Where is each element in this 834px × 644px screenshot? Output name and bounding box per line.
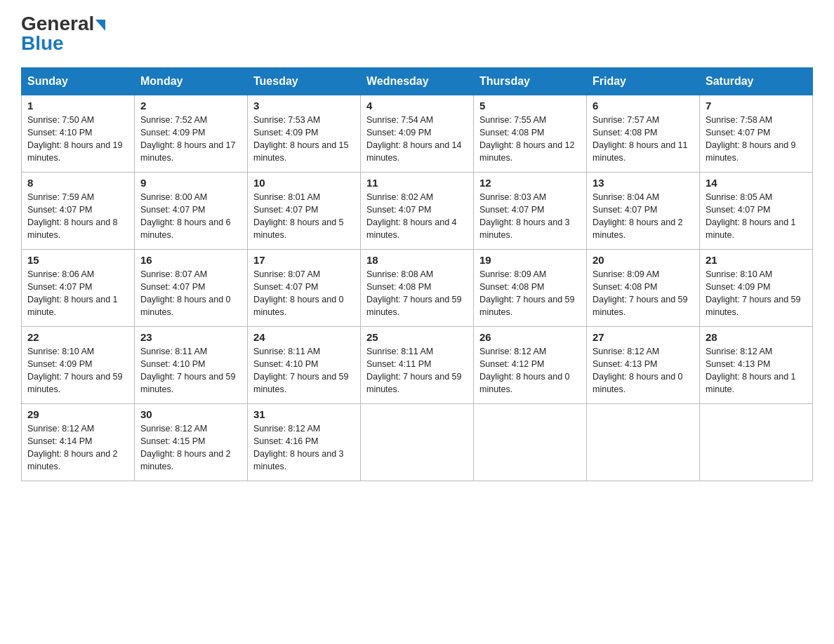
- calendar-cell: 9 Sunrise: 8:00 AMSunset: 4:07 PMDayligh…: [135, 173, 248, 250]
- calendar-cell: 8 Sunrise: 7:59 AMSunset: 4:07 PMDayligh…: [22, 173, 135, 250]
- day-info: Sunrise: 8:11 AMSunset: 4:10 PMDaylight:…: [140, 347, 236, 394]
- calendar-header-tuesday: Tuesday: [248, 68, 361, 95]
- calendar-cell: 7 Sunrise: 7:58 AMSunset: 4:07 PMDayligh…: [700, 95, 813, 173]
- calendar-cell: 24 Sunrise: 8:11 AMSunset: 4:10 PMDaylig…: [248, 327, 361, 404]
- day-info: Sunrise: 7:54 AMSunset: 4:09 PMDaylight:…: [366, 115, 462, 163]
- day-info: Sunrise: 8:09 AMSunset: 4:08 PMDaylight:…: [593, 269, 688, 317]
- day-info: Sunrise: 8:12 AMSunset: 4:14 PMDaylight:…: [27, 424, 118, 471]
- day-number: 17: [253, 254, 355, 266]
- calendar-cell: 31 Sunrise: 8:12 AMSunset: 4:16 PMDaylig…: [248, 404, 361, 481]
- day-info: Sunrise: 8:11 AMSunset: 4:10 PMDaylight:…: [253, 347, 349, 394]
- day-number: 15: [27, 254, 128, 266]
- day-info: Sunrise: 8:07 AMSunset: 4:07 PMDaylight:…: [140, 269, 231, 317]
- calendar-header-friday: Friday: [587, 68, 700, 95]
- day-info: Sunrise: 8:09 AMSunset: 4:08 PMDaylight:…: [479, 269, 575, 317]
- logo-blue-text: Blue: [21, 34, 105, 53]
- day-info: Sunrise: 8:12 AMSunset: 4:13 PMDaylight:…: [706, 347, 796, 394]
- calendar-cell: 27 Sunrise: 8:12 AMSunset: 4:13 PMDaylig…: [587, 327, 700, 404]
- calendar-header-thursday: Thursday: [474, 68, 587, 95]
- calendar-cell: 23 Sunrise: 8:11 AMSunset: 4:10 PMDaylig…: [135, 327, 248, 404]
- calendar-cell: 19 Sunrise: 8:09 AMSunset: 4:08 PMDaylig…: [474, 250, 587, 327]
- day-info: Sunrise: 8:00 AMSunset: 4:07 PMDaylight:…: [140, 192, 231, 240]
- day-number: 16: [140, 254, 241, 266]
- calendar-header-wednesday: Wednesday: [361, 68, 474, 95]
- calendar-week-row: 15 Sunrise: 8:06 AMSunset: 4:07 PMDaylig…: [22, 250, 813, 327]
- day-number: 27: [593, 331, 694, 343]
- day-number: 1: [27, 100, 128, 112]
- day-number: 26: [479, 331, 581, 343]
- calendar-cell: [587, 404, 700, 481]
- day-info: Sunrise: 8:06 AMSunset: 4:07 PMDaylight:…: [27, 269, 118, 317]
- day-info: Sunrise: 7:59 AMSunset: 4:07 PMDaylight:…: [27, 192, 118, 240]
- logo-arrow-icon: [95, 20, 105, 31]
- day-number: 9: [140, 177, 241, 189]
- day-number: 23: [140, 331, 241, 343]
- day-info: Sunrise: 7:57 AMSunset: 4:08 PMDaylight:…: [593, 115, 688, 163]
- day-info: Sunrise: 8:04 AMSunset: 4:07 PMDaylight:…: [593, 192, 683, 240]
- day-info: Sunrise: 8:10 AMSunset: 4:09 PMDaylight:…: [27, 347, 123, 394]
- calendar-cell: 22 Sunrise: 8:10 AMSunset: 4:09 PMDaylig…: [22, 327, 135, 404]
- calendar-cell: 11 Sunrise: 8:02 AMSunset: 4:07 PMDaylig…: [361, 173, 474, 250]
- calendar-cell: [474, 404, 587, 481]
- calendar-week-row: 29 Sunrise: 8:12 AMSunset: 4:14 PMDaylig…: [22, 404, 813, 481]
- day-number: 24: [253, 331, 355, 343]
- calendar-cell: 12 Sunrise: 8:03 AMSunset: 4:07 PMDaylig…: [474, 173, 587, 250]
- day-number: 12: [479, 177, 581, 189]
- day-number: 30: [140, 408, 241, 420]
- day-info: Sunrise: 8:12 AMSunset: 4:16 PMDaylight:…: [253, 424, 344, 471]
- day-number: 21: [706, 254, 807, 266]
- day-number: 8: [27, 177, 128, 189]
- day-info: Sunrise: 8:07 AMSunset: 4:07 PMDaylight:…: [253, 269, 344, 317]
- day-info: Sunrise: 8:02 AMSunset: 4:07 PMDaylight:…: [366, 192, 457, 240]
- day-info: Sunrise: 7:52 AMSunset: 4:09 PMDaylight:…: [140, 115, 236, 163]
- calendar-week-row: 8 Sunrise: 7:59 AMSunset: 4:07 PMDayligh…: [22, 173, 813, 250]
- calendar-cell: 5 Sunrise: 7:55 AMSunset: 4:08 PMDayligh…: [474, 95, 587, 173]
- day-number: 19: [479, 254, 581, 266]
- calendar-cell: 1 Sunrise: 7:50 AMSunset: 4:10 PMDayligh…: [22, 95, 135, 173]
- calendar-cell: 28 Sunrise: 8:12 AMSunset: 4:13 PMDaylig…: [700, 327, 813, 404]
- day-number: 7: [706, 100, 807, 112]
- calendar-cell: 13 Sunrise: 8:04 AMSunset: 4:07 PMDaylig…: [587, 173, 700, 250]
- day-number: 2: [140, 100, 241, 112]
- day-number: 11: [366, 177, 468, 189]
- calendar-week-row: 22 Sunrise: 8:10 AMSunset: 4:09 PMDaylig…: [22, 327, 813, 404]
- day-number: 10: [253, 177, 355, 189]
- page-header: General Blue: [21, 14, 813, 53]
- day-info: Sunrise: 7:53 AMSunset: 4:09 PMDaylight:…: [253, 115, 349, 163]
- day-info: Sunrise: 7:58 AMSunset: 4:07 PMDaylight:…: [706, 115, 796, 163]
- day-info: Sunrise: 8:11 AMSunset: 4:11 PMDaylight:…: [366, 347, 462, 394]
- day-info: Sunrise: 8:03 AMSunset: 4:07 PMDaylight:…: [479, 192, 570, 240]
- day-number: 28: [706, 331, 807, 343]
- calendar-header-saturday: Saturday: [700, 68, 813, 95]
- day-number: 18: [366, 254, 468, 266]
- calendar-header-row: SundayMondayTuesdayWednesdayThursdayFrid…: [22, 68, 813, 95]
- calendar-cell: 10 Sunrise: 8:01 AMSunset: 4:07 PMDaylig…: [248, 173, 361, 250]
- day-number: 20: [593, 254, 694, 266]
- calendar-cell: 25 Sunrise: 8:11 AMSunset: 4:11 PMDaylig…: [361, 327, 474, 404]
- calendar-cell: 4 Sunrise: 7:54 AMSunset: 4:09 PMDayligh…: [361, 95, 474, 173]
- calendar-cell: 6 Sunrise: 7:57 AMSunset: 4:08 PMDayligh…: [587, 95, 700, 173]
- calendar-cell: 18 Sunrise: 8:08 AMSunset: 4:08 PMDaylig…: [361, 250, 474, 327]
- calendar-cell: 16 Sunrise: 8:07 AMSunset: 4:07 PMDaylig…: [135, 250, 248, 327]
- day-number: 22: [27, 331, 128, 343]
- calendar-header-monday: Monday: [135, 68, 248, 95]
- day-number: 5: [479, 100, 581, 112]
- day-number: 6: [593, 100, 694, 112]
- calendar-cell: 14 Sunrise: 8:05 AMSunset: 4:07 PMDaylig…: [700, 173, 813, 250]
- day-number: 13: [593, 177, 694, 189]
- day-info: Sunrise: 8:05 AMSunset: 4:07 PMDaylight:…: [706, 192, 796, 240]
- calendar-cell: 26 Sunrise: 8:12 AMSunset: 4:12 PMDaylig…: [474, 327, 587, 404]
- calendar-cell: 3 Sunrise: 7:53 AMSunset: 4:09 PMDayligh…: [248, 95, 361, 173]
- calendar-header-sunday: Sunday: [22, 68, 135, 95]
- day-number: 4: [366, 100, 468, 112]
- day-info: Sunrise: 7:55 AMSunset: 4:08 PMDaylight:…: [479, 115, 575, 163]
- day-info: Sunrise: 8:01 AMSunset: 4:07 PMDaylight:…: [253, 192, 344, 240]
- calendar-cell: [700, 404, 813, 481]
- day-info: Sunrise: 8:12 AMSunset: 4:15 PMDaylight:…: [140, 424, 231, 471]
- day-info: Sunrise: 8:10 AMSunset: 4:09 PMDaylight:…: [706, 269, 801, 317]
- day-info: Sunrise: 8:12 AMSunset: 4:12 PMDaylight:…: [479, 347, 570, 394]
- calendar-week-row: 1 Sunrise: 7:50 AMSunset: 4:10 PMDayligh…: [22, 95, 813, 173]
- day-info: Sunrise: 8:08 AMSunset: 4:08 PMDaylight:…: [366, 269, 462, 317]
- day-info: Sunrise: 8:12 AMSunset: 4:13 PMDaylight:…: [593, 347, 683, 394]
- calendar-cell: 21 Sunrise: 8:10 AMSunset: 4:09 PMDaylig…: [700, 250, 813, 327]
